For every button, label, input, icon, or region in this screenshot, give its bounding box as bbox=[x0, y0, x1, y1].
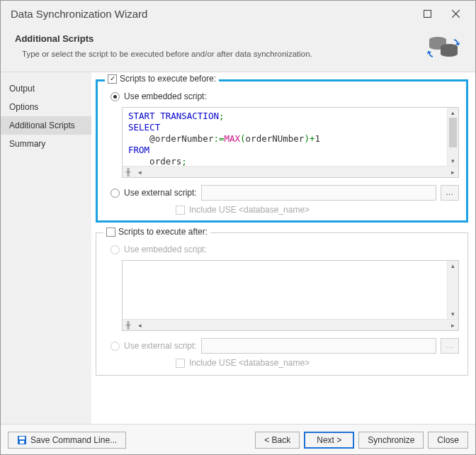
close-icon bbox=[452, 10, 460, 18]
sidebar-item-output[interactable]: Output bbox=[1, 79, 91, 98]
wizard-header: Additional Scripts Type or select the sc… bbox=[1, 26, 475, 72]
svg-rect-0 bbox=[424, 10, 431, 17]
maximize-icon bbox=[424, 10, 431, 18]
after-external-label: Use external script: bbox=[124, 341, 197, 351]
before-embedded-radio[interactable] bbox=[110, 92, 120, 101]
scripts-after-label: Scripts to execute after: bbox=[118, 227, 208, 237]
close-window-button[interactable] bbox=[441, 4, 470, 23]
code-area[interactable]: START TRANSACTION; SELECT @orderNumber:=… bbox=[123, 108, 458, 166]
page-title: Additional Scripts bbox=[15, 33, 419, 44]
horizontal-scrollbar: ╫ ◂ ▸ bbox=[123, 319, 458, 330]
scroll-right-icon[interactable]: ▸ bbox=[447, 169, 458, 176]
before-external-radio[interactable] bbox=[110, 189, 120, 198]
database-sync-icon bbox=[426, 33, 461, 62]
sidebar-item-summary[interactable]: Summary bbox=[1, 135, 91, 153]
scroll-right-icon: ▸ bbox=[447, 322, 458, 329]
after-embedded-radio bbox=[110, 245, 120, 254]
wizard-footer: Save Command Line... < Back Next > Synch… bbox=[1, 424, 475, 455]
horizontal-scrollbar[interactable]: ╫ ◂ ▸ bbox=[123, 166, 458, 177]
title-bar: Data Synchronization Wizard bbox=[1, 1, 475, 26]
sidebar-item-additional-scripts[interactable]: Additional Scripts bbox=[1, 116, 91, 135]
vertical-scrollbar[interactable]: ▴ ▾ bbox=[447, 108, 458, 166]
after-external-radio bbox=[110, 342, 120, 351]
after-embedded-label: Use embedded script: bbox=[124, 245, 207, 254]
scroll-left-icon: ◂ bbox=[134, 322, 145, 329]
scripts-after-group: Scripts to execute after: Use embedded s… bbox=[96, 232, 468, 376]
splitter-icon[interactable]: ╫ bbox=[123, 168, 134, 176]
before-external-label: Use external script: bbox=[124, 188, 197, 198]
scripts-before-checkbox[interactable] bbox=[108, 74, 117, 84]
before-include-use-checkbox bbox=[176, 206, 185, 215]
sidebar-item-options[interactable]: Options bbox=[1, 98, 91, 116]
save-icon bbox=[17, 435, 27, 445]
before-external-path-field[interactable] bbox=[201, 185, 436, 201]
scripts-after-checkbox[interactable] bbox=[106, 228, 115, 237]
splitter-icon: ╫ bbox=[123, 321, 134, 329]
svg-rect-6 bbox=[19, 437, 25, 439]
scripts-before-group: Scripts to execute before: Use embedded … bbox=[96, 79, 468, 223]
before-browse-button[interactable]: … bbox=[441, 185, 459, 201]
back-button[interactable]: < Back bbox=[255, 432, 300, 449]
svg-rect-7 bbox=[20, 441, 24, 444]
scroll-thumb[interactable] bbox=[449, 118, 457, 147]
after-browse-button: … bbox=[441, 338, 459, 354]
scroll-down-icon[interactable]: ▾ bbox=[448, 156, 458, 166]
after-include-use-checkbox bbox=[176, 359, 185, 368]
after-include-use-label: Include USE <database_name> bbox=[189, 358, 310, 368]
scroll-up-icon: ▴ bbox=[448, 261, 458, 271]
vertical-scrollbar: ▴ ▾ bbox=[447, 261, 458, 319]
close-button[interactable]: Close bbox=[428, 432, 468, 449]
before-script-editor[interactable]: START TRANSACTION; SELECT @orderNumber:=… bbox=[122, 107, 459, 178]
before-embedded-label: Use embedded script: bbox=[124, 91, 207, 101]
maximize-button[interactable] bbox=[413, 4, 441, 23]
wizard-sidebar: Output Options Additional Scripts Summar… bbox=[1, 72, 91, 424]
scripts-before-label: Scripts to execute before: bbox=[120, 74, 216, 84]
scroll-down-icon: ▾ bbox=[448, 309, 458, 319]
window-title: Data Synchronization Wizard bbox=[11, 8, 413, 20]
scroll-up-icon[interactable]: ▴ bbox=[448, 108, 458, 118]
page-description: Type or select the script to be executed… bbox=[22, 50, 419, 58]
before-include-use-label: Include USE <database_name> bbox=[189, 205, 310, 215]
next-button[interactable]: Next > bbox=[304, 432, 354, 449]
save-command-line-button[interactable]: Save Command Line... bbox=[8, 432, 126, 449]
main-panel: Scripts to execute before: Use embedded … bbox=[91, 72, 475, 424]
scroll-left-icon[interactable]: ◂ bbox=[134, 169, 145, 176]
after-external-path-field bbox=[201, 338, 436, 354]
after-script-editor: ▴ ▾ ╫ ◂ ▸ bbox=[122, 260, 459, 331]
synchronize-button[interactable]: Synchronize bbox=[358, 432, 424, 449]
